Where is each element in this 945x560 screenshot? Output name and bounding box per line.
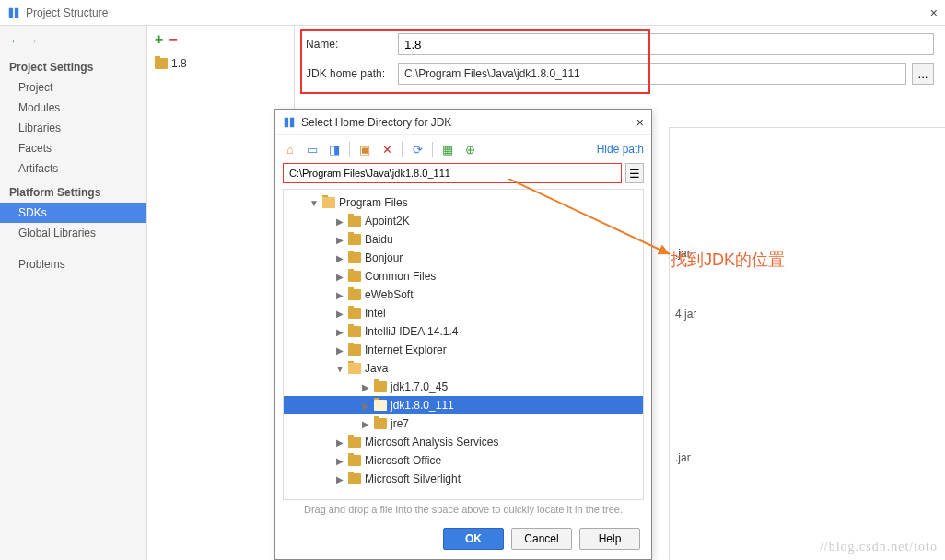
jdk-path-display: C:\Program Files\Java\jdk1.8.0_111: [398, 63, 906, 85]
directory-tree[interactable]: ▼Program Files▶Apoint2K▶Baidu▶Bonjour▶Co…: [283, 189, 644, 500]
folder-icon: [374, 381, 387, 392]
tree-hint: Drag and drop a file into the space abov…: [275, 500, 651, 519]
tree-node[interactable]: ▶Internet Explorer: [284, 341, 643, 359]
sidebar-item-project[interactable]: Project: [0, 77, 146, 98]
tree-node[interactable]: ▶Bonjour: [284, 249, 643, 267]
browse-path-button[interactable]: ...: [912, 63, 934, 85]
tree-node[interactable]: ▶Microsoft Office: [284, 451, 643, 470]
sidebar-item-modules[interactable]: Modules: [0, 98, 146, 118]
chevron-right-icon[interactable]: ▶: [361, 382, 370, 392]
name-input[interactable]: [398, 33, 934, 55]
tree-node[interactable]: ▶jre7: [284, 414, 643, 433]
chevron-right-icon[interactable]: ▶: [335, 474, 344, 484]
svg-rect-0: [9, 7, 13, 18]
home-icon[interactable]: ⌂: [283, 142, 298, 157]
back-arrow-icon[interactable]: ←: [9, 33, 22, 48]
chevron-down-icon[interactable]: ▼: [309, 198, 319, 208]
project-icon[interactable]: ◨: [327, 142, 342, 157]
desktop-icon[interactable]: ▭: [305, 142, 320, 157]
dialog-close-icon[interactable]: ×: [636, 115, 644, 130]
dialog-path-input[interactable]: [283, 163, 622, 183]
tree-node[interactable]: ▶jdk1.7.0_45: [284, 378, 643, 396]
tree-node-label: Baidu: [365, 233, 393, 246]
sidebar-item-sdks[interactable]: SDKs: [0, 203, 146, 223]
tree-node[interactable]: ▶Microsoft Analysis Services: [284, 433, 643, 451]
tree-node-label: Internet Explorer: [365, 344, 447, 356]
tree-node[interactable]: ▶IntelliJ IDEA 14.1.4: [284, 322, 643, 341]
ok-button[interactable]: OK: [443, 528, 504, 550]
folder-icon: [348, 289, 361, 300]
tree-node-label: Bonjour: [365, 251, 402, 264]
chevron-right-icon[interactable]: ▶: [361, 419, 370, 429]
forward-arrow-icon[interactable]: →: [26, 33, 39, 48]
window-close-icon[interactable]: ×: [930, 6, 938, 20]
sidebar-item-global-libraries[interactable]: Global Libraries: [0, 223, 146, 243]
chevron-right-icon[interactable]: ▶: [335, 272, 344, 282]
tree-node[interactable]: ▶Common Files: [284, 267, 643, 286]
svg-rect-3: [290, 117, 294, 127]
sdk-list-item[interactable]: 1.8: [147, 53, 294, 74]
folder-icon: [348, 326, 361, 337]
folder-icon: [348, 308, 361, 319]
folder-icon: [348, 455, 361, 466]
sidebar-item-facets[interactable]: Facets: [0, 138, 146, 158]
refresh-icon[interactable]: ⟳: [410, 142, 425, 157]
cancel-button[interactable]: Cancel: [511, 528, 572, 550]
tree-node-label: Microsoft Analysis Services: [365, 436, 498, 449]
folder-icon: [374, 400, 387, 411]
sidebar-header-project: Project Settings: [0, 53, 146, 77]
folder-icon: [348, 344, 361, 356]
tree-node-label: Microsoft Office: [365, 454, 441, 467]
help-button[interactable]: Help: [579, 528, 640, 550]
name-label: Name:: [306, 38, 392, 51]
folder-icon: [348, 363, 361, 374]
delete-icon[interactable]: ✕: [379, 142, 394, 157]
folder-icon: [348, 234, 361, 245]
chevron-right-icon[interactable]: ▶: [335, 235, 344, 245]
chevron-right-icon[interactable]: ▶: [335, 456, 344, 466]
tree-node-label: Common Files: [365, 270, 436, 283]
expand-icon[interactable]: ⊕: [462, 142, 477, 157]
sidebar-item-artifacts[interactable]: Artifacts: [0, 158, 146, 179]
chevron-right-icon[interactable]: ▶: [335, 327, 344, 337]
tree-node-label: Intel: [365, 307, 386, 320]
chevron-right-icon[interactable]: ▶: [335, 216, 344, 227]
right-info-panel: .jar 4.jar .jar: [669, 127, 945, 560]
tree-node[interactable]: ▼Program Files: [284, 193, 643, 212]
tree-node[interactable]: ▶Microsoft Silverlight: [284, 470, 643, 488]
tree-node[interactable]: ▶Intel: [284, 304, 643, 322]
remove-sdk-icon[interactable]: −: [169, 31, 177, 48]
chevron-right-icon[interactable]: ▶: [335, 253, 344, 263]
chevron-right-icon[interactable]: ▶: [361, 401, 370, 411]
chevron-right-icon[interactable]: ▶: [335, 345, 344, 356]
chevron-right-icon[interactable]: ▶: [335, 438, 344, 448]
add-sdk-icon[interactable]: +: [155, 31, 163, 48]
tree-node-label: Microsoft Silverlight: [365, 472, 461, 485]
tree-node[interactable]: ▶Baidu: [284, 230, 643, 249]
sidebar-item-libraries[interactable]: Libraries: [0, 118, 146, 138]
chevron-right-icon[interactable]: ▶: [335, 290, 344, 300]
tree-node-label: Java: [365, 362, 388, 375]
new-folder-icon[interactable]: ▣: [357, 142, 372, 157]
info-line: 4.jar: [675, 307, 939, 321]
select-jdk-dialog: Select Home Directory for JDK × ⌂ ▭ ◨ ▣ …: [274, 109, 652, 560]
show-hidden-icon[interactable]: ▦: [440, 142, 455, 157]
tree-node[interactable]: ▼Java: [284, 359, 643, 378]
tree-node[interactable]: ▶Apoint2K: [284, 212, 643, 230]
tree-node[interactable]: ▶eWebSoft: [284, 286, 643, 304]
tree-node-label: eWebSoft: [365, 288, 413, 301]
tree-node-label: IntelliJ IDEA 14.1.4: [365, 325, 458, 338]
hide-path-link[interactable]: Hide path: [597, 143, 644, 156]
folder-icon: [348, 437, 361, 448]
sidebar-header-platform: Platform Settings: [0, 179, 146, 203]
tree-node[interactable]: ▶jdk1.8.0_111: [284, 396, 643, 414]
sidebar-item-problems[interactable]: Problems: [0, 254, 146, 274]
tree-node-label: Program Files: [339, 196, 408, 209]
separator: [402, 142, 402, 157]
app-logo-icon: [7, 6, 20, 19]
chevron-down-icon[interactable]: ▼: [335, 364, 344, 374]
sdk-item-label: 1.8: [171, 57, 187, 70]
chevron-right-icon[interactable]: ▶: [335, 309, 344, 319]
tree-locate-button[interactable]: ☰: [625, 163, 644, 183]
folder-icon: [348, 473, 361, 484]
